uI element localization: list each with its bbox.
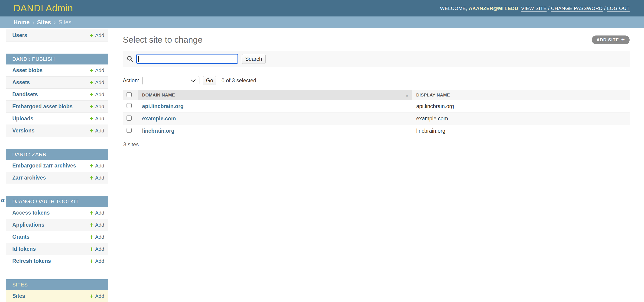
domain-name-column-header[interactable]: DOMAIN NAME ▲	[138, 90, 412, 100]
sidebar-item-embargoed-zarr-archives[interactable]: Embargoed zarr archives +Add	[6, 160, 108, 172]
dandisets-link[interactable]: Dandisets	[12, 91, 38, 98]
display-name-value: lincbrain.org	[416, 128, 445, 134]
dandisets-add-link[interactable]: +Add	[90, 91, 104, 98]
versions-add-link[interactable]: +Add	[90, 128, 104, 134]
log-out-link[interactable]: LOG OUT	[607, 5, 630, 11]
breadcrumb-separator: ›	[54, 19, 56, 26]
sidebar-item-applications[interactable]: Applications +Add	[6, 219, 108, 231]
refresh-tokens-link[interactable]: Refresh tokens	[12, 258, 51, 264]
sites-add-link[interactable]: +Add	[90, 293, 104, 300]
nav-sidebar: Users +Add DANDI: PUBLISH Asset blobs +A…	[6, 28, 108, 302]
search-input[interactable]	[136, 54, 238, 64]
sidebar-item-id-tokens[interactable]: Id tokens +Add	[6, 243, 108, 255]
id-tokens-add-link[interactable]: +Add	[90, 246, 104, 252]
sidebar-item-users[interactable]: Users +Add	[6, 29, 108, 41]
grants-link[interactable]: Grants	[12, 234, 30, 240]
embargoed-zarr-archives-link[interactable]: Embargoed zarr archives	[12, 163, 76, 169]
sidebar-item-dandisets[interactable]: Dandisets +Add	[6, 89, 108, 101]
plus-icon: +	[90, 222, 93, 228]
assets-link[interactable]: Assets	[12, 79, 30, 86]
access-tokens-add-link[interactable]: +Add	[90, 210, 104, 216]
section-caption-dandi-publish[interactable]: DANDI: PUBLISH	[6, 53, 108, 64]
table-row: example.com example.com	[123, 112, 630, 125]
uploads-add-link[interactable]: +Add	[90, 115, 104, 122]
sidebar-item-zarr-archives[interactable]: Zarr archives +Add	[6, 172, 108, 184]
section-caption-sites[interactable]: SITES	[6, 279, 108, 290]
plus-icon: +	[90, 234, 93, 240]
plus-icon: +	[90, 67, 93, 74]
uploads-link[interactable]: Uploads	[12, 115, 34, 122]
text-caret	[138, 56, 139, 62]
plus-icon: +	[90, 128, 93, 134]
sidebar-item-sites[interactable]: Sites +Add	[6, 290, 108, 302]
action-select[interactable]: ---------	[142, 76, 200, 85]
display-name-column-header[interactable]: DISPLAY NAME	[412, 90, 630, 100]
select-row-checkbox[interactable]	[126, 128, 132, 133]
chevron-down-icon	[190, 77, 196, 84]
section-caption-dandi-zarr[interactable]: DANDI: ZARR	[6, 149, 108, 160]
refresh-tokens-add-link[interactable]: +Add	[90, 258, 104, 265]
site-brand-link[interactable]: DANDI Admin	[14, 3, 73, 14]
select-all-checkbox[interactable]	[126, 92, 132, 97]
user-tools: WELCOME, AKANZER@MIT.EDU. VIEW SITE / CH…	[440, 5, 630, 11]
plus-icon: +	[90, 246, 93, 252]
table-header-row: DOMAIN NAME ▲ DISPLAY NAME	[123, 90, 630, 100]
search-button[interactable]: Search	[242, 54, 266, 64]
asset-blobs-add-link[interactable]: +Add	[90, 67, 104, 74]
sidebar-item-asset-blobs[interactable]: Asset blobs +Add	[6, 64, 108, 76]
go-button[interactable]: Go	[203, 76, 216, 85]
plus-icon: +	[90, 103, 93, 110]
add-site-button[interactable]: ADD SITE +	[592, 35, 630, 44]
domain-link[interactable]: lincbrain.org	[142, 128, 174, 134]
embargoed-zarr-archives-add-link[interactable]: +Add	[90, 163, 104, 169]
breadcrumb-sites-link[interactable]: Sites	[37, 19, 51, 26]
embargoed-asset-blobs-add-link[interactable]: +Add	[90, 103, 104, 110]
plus-icon: +	[90, 32, 93, 39]
sidebar-toggle-gutter: «	[0, 28, 6, 302]
sidebar-item-access-tokens[interactable]: Access tokens +Add	[6, 207, 108, 219]
asset-blobs-link[interactable]: Asset blobs	[12, 67, 42, 73]
sidebar-item-assets[interactable]: Assets +Add	[6, 76, 108, 89]
breadcrumb-home-link[interactable]: Home	[14, 19, 30, 26]
plus-icon: +	[90, 293, 93, 300]
applications-link[interactable]: Applications	[12, 222, 44, 228]
zarr-archives-add-link[interactable]: +Add	[90, 175, 104, 181]
change-password-link[interactable]: CHANGE PASSWORD	[551, 5, 603, 11]
assets-add-link[interactable]: +Add	[90, 79, 104, 86]
sidebar-item-grants[interactable]: Grants +Add	[6, 231, 108, 243]
id-tokens-link[interactable]: Id tokens	[12, 246, 36, 252]
display-name-value: example.com	[416, 115, 448, 122]
embargoed-asset-blobs-link[interactable]: Embargoed asset blobs	[12, 103, 72, 110]
section-caption-django-oauth-toolkit[interactable]: DJANGO OAUTH TOOLKIT	[6, 196, 108, 207]
access-tokens-link[interactable]: Access tokens	[12, 210, 50, 216]
domain-link[interactable]: api.lincbrain.org	[142, 103, 184, 109]
sidebar-item-uploads[interactable]: Uploads +Add	[6, 113, 108, 125]
sidebar-item-versions[interactable]: Versions +Add	[6, 125, 108, 137]
select-all-header	[123, 90, 138, 100]
grants-add-link[interactable]: +Add	[90, 234, 104, 240]
plus-icon: +	[90, 163, 93, 169]
applications-add-link[interactable]: +Add	[90, 222, 104, 228]
breadcrumb-separator: ›	[32, 19, 34, 26]
plus-icon: +	[90, 79, 93, 86]
search-toolbar: Search	[123, 51, 630, 67]
plus-icon: +	[621, 36, 625, 43]
table-row: lincbrain.org lincbrain.org	[123, 125, 630, 137]
domain-link[interactable]: example.com	[142, 115, 176, 122]
sidebar-spacer	[6, 267, 108, 279]
users-add-link[interactable]: +Add	[90, 32, 104, 39]
sites-link[interactable]: Sites	[12, 293, 25, 299]
select-row-checkbox[interactable]	[126, 103, 132, 108]
sort-ascending-icon[interactable]: ▲	[405, 93, 409, 97]
sidebar-item-refresh-tokens[interactable]: Refresh tokens +Add	[6, 255, 108, 267]
sidebar-collapse-icon[interactable]: «	[0, 196, 5, 204]
page-layout: « Users +Add DANDI: PUBLISH Asset blobs …	[0, 28, 644, 302]
select-row-checkbox[interactable]	[126, 115, 132, 121]
versions-link[interactable]: Versions	[12, 128, 34, 134]
zarr-archives-link[interactable]: Zarr archives	[12, 175, 46, 181]
sidebar-item-embargoed-asset-blobs[interactable]: Embargoed asset blobs +Add	[6, 101, 108, 113]
page-title: Select site to change	[123, 35, 203, 45]
breadcrumb: Home › Sites › Sites	[0, 16, 644, 28]
users-link[interactable]: Users	[12, 32, 27, 38]
view-site-link[interactable]: VIEW SITE	[521, 5, 547, 11]
